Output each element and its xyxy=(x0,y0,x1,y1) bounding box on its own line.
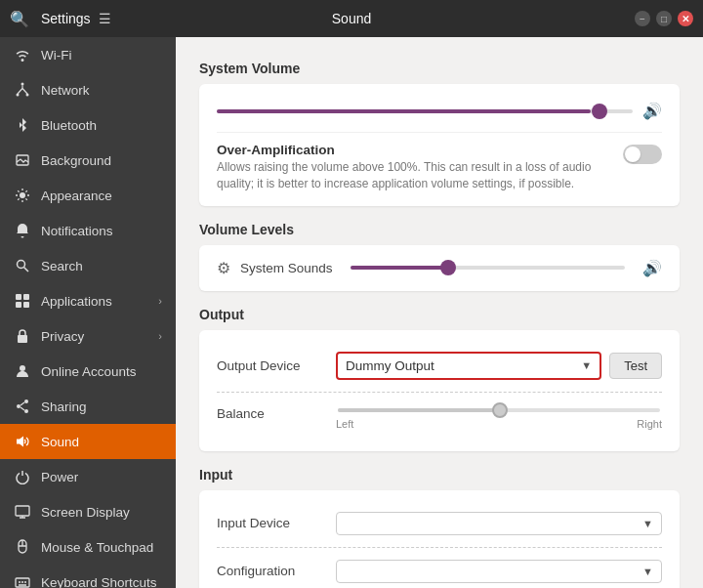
sidebar-item-bluetooth[interactable]: Bluetooth xyxy=(0,107,176,143)
input-device-label: Input Device xyxy=(217,516,324,530)
svg-point-0 xyxy=(21,83,24,86)
balance-right-label: Right xyxy=(637,418,662,430)
sidebar-item-label: Mouse & Touchpad xyxy=(41,540,153,555)
search-icon[interactable]: 🔍 xyxy=(10,10,29,28)
output-device-label: Output Device xyxy=(217,358,324,373)
system-volume-heading: System Volume xyxy=(199,61,680,76)
sidebar-item-label: Sound xyxy=(41,435,79,449)
configuration-dropdown[interactable]: ▼ xyxy=(336,560,662,583)
sidebar-item-privacy[interactable]: Privacy › xyxy=(0,318,176,354)
bluetooth-icon xyxy=(14,116,31,134)
menu-icon[interactable]: ☰ xyxy=(99,11,111,26)
sidebar-item-screen-display[interactable]: Screen Display xyxy=(0,494,176,529)
sidebar-item-label: Online Accounts xyxy=(41,364,137,379)
dropdown-arrow-icon: ▼ xyxy=(573,359,592,371)
input-heading: Input xyxy=(199,467,680,483)
balance-track[interactable] xyxy=(338,408,660,412)
sidebar-item-keyboard-shortcuts[interactable]: Keyboard Shortcuts xyxy=(0,565,176,588)
sidebar-item-label: Keyboard Shortcuts xyxy=(41,575,157,589)
test-button[interactable]: Test xyxy=(609,353,662,379)
balance-fill xyxy=(338,408,499,412)
svg-line-6 xyxy=(24,268,29,273)
svg-point-5 xyxy=(18,261,25,269)
window-title: Sound xyxy=(332,11,371,26)
sidebar-item-network[interactable]: Network xyxy=(0,72,176,107)
maximize-button[interactable]: □ xyxy=(656,11,672,26)
svg-point-14 xyxy=(17,404,21,408)
system-volume-fill xyxy=(217,109,591,113)
system-sounds-thumb[interactable] xyxy=(440,260,456,275)
output-device-dropdown[interactable]: Dummy Output ▼ xyxy=(336,352,601,380)
network-icon xyxy=(14,81,31,99)
gear-icon: ⚙ xyxy=(217,259,230,277)
close-button[interactable]: ✕ xyxy=(678,11,693,26)
sidebar: Wi-Fi Network Bluetooth Background xyxy=(0,37,176,588)
system-sounds-label: System Sounds xyxy=(240,261,333,275)
balance-control: Left Right xyxy=(336,404,662,430)
input-divider xyxy=(217,547,662,548)
system-volume-thumb[interactable] xyxy=(592,104,607,119)
minimize-button[interactable]: − xyxy=(635,11,650,26)
divider xyxy=(217,392,662,393)
sidebar-item-label: Notifications xyxy=(41,224,113,238)
svg-rect-9 xyxy=(16,302,21,308)
mouse-touchpad-icon xyxy=(14,538,31,556)
sidebar-item-notifications[interactable]: Notifications xyxy=(0,213,176,248)
sidebar-item-power[interactable]: Power xyxy=(0,459,176,494)
sidebar-item-mouse-touchpad[interactable]: Mouse & Touchpad xyxy=(0,529,176,565)
output-heading: Output xyxy=(199,307,680,322)
keyboard-shortcuts-icon xyxy=(14,573,31,588)
chevron-right-icon: › xyxy=(158,330,162,342)
svg-point-4 xyxy=(20,192,25,198)
notifications-icon xyxy=(14,222,31,239)
sidebar-item-wifi[interactable]: Wi-Fi xyxy=(0,37,176,72)
privacy-icon xyxy=(14,327,31,345)
input-card: Input Device ▼ Configuration ▼ xyxy=(199,490,680,588)
sidebar-item-online-accounts[interactable]: Online Accounts xyxy=(0,354,176,389)
sidebar-item-label: Applications xyxy=(41,294,112,309)
system-volume-card: 🔊 Over-Amplification Allows raising the … xyxy=(199,84,680,206)
sidebar-item-label: Sharing xyxy=(41,399,87,414)
sidebar-item-label: Appearance xyxy=(41,189,112,203)
system-sounds-track[interactable] xyxy=(351,266,625,270)
sidebar-item-applications[interactable]: Applications › xyxy=(0,283,176,318)
sidebar-item-label: Background xyxy=(41,153,111,168)
sidebar-item-label: Search xyxy=(41,259,83,273)
background-icon xyxy=(14,151,31,169)
content-area: System Volume 🔊 Over-Amplification Allow… xyxy=(176,37,703,588)
sidebar-item-label: Network xyxy=(41,83,90,98)
system-volume-slider-row: 🔊 xyxy=(217,98,662,124)
over-amplification-toggle[interactable] xyxy=(623,145,662,164)
system-sounds-row: ⚙ System Sounds 🔊 xyxy=(217,259,662,277)
configuration-row: Configuration ▼ xyxy=(217,552,662,588)
wifi-icon xyxy=(14,46,31,63)
balance-thumb[interactable] xyxy=(492,402,508,418)
volume-levels-card: ⚙ System Sounds 🔊 xyxy=(199,245,680,291)
sidebar-item-label: Screen Display xyxy=(41,505,130,520)
input-device-dropdown[interactable]: ▼ xyxy=(336,512,662,535)
sidebar-item-sharing[interactable]: Sharing xyxy=(0,389,176,424)
sidebar-item-background[interactable]: Background xyxy=(0,143,176,178)
svg-rect-16 xyxy=(16,506,29,516)
balance-labels: Left Right xyxy=(336,418,662,430)
app-title: Settings xyxy=(41,11,91,26)
over-amplification-text: Over-Amplification Allows raising the vo… xyxy=(217,143,611,192)
svg-point-15 xyxy=(24,409,28,413)
appearance-icon xyxy=(14,187,31,204)
sidebar-item-label: Wi-Fi xyxy=(41,48,71,63)
balance-label: Balance xyxy=(217,404,324,421)
sidebar-item-label: Power xyxy=(41,470,78,484)
volume-levels-heading: Volume Levels xyxy=(199,222,680,237)
balance-left-label: Left xyxy=(336,418,353,430)
sidebar-item-appearance[interactable]: Appearance xyxy=(0,178,176,213)
sidebar-item-label: Bluetooth xyxy=(41,118,97,133)
online-accounts-icon xyxy=(14,362,31,380)
input-device-control: ▼ xyxy=(336,512,662,535)
sidebar-item-search[interactable]: Search xyxy=(0,248,176,283)
system-volume-track[interactable] xyxy=(217,109,633,113)
sidebar-item-sound[interactable]: Sound xyxy=(0,424,176,459)
output-device-row: Output Device Dummy Output ▼ Test xyxy=(217,344,662,388)
output-device-controls: Dummy Output ▼ Test xyxy=(336,352,662,380)
titlebar: 🔍 Settings ☰ Sound − □ ✕ xyxy=(0,0,703,37)
configuration-label: Configuration xyxy=(217,564,324,578)
